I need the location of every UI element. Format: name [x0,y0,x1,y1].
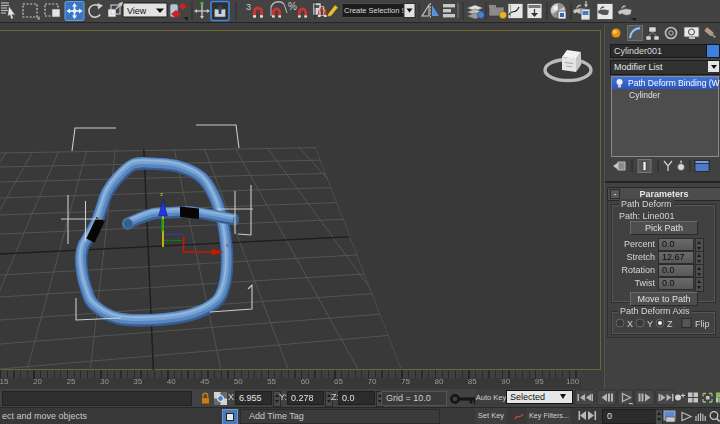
svg-text:z: z [160,191,163,197]
svg-text:View: View [127,6,147,16]
svg-text:Flip: Flip [695,319,710,329]
svg-text:Create Selection Se: Create Selection Se [344,6,411,15]
svg-text:Y: Y [647,319,653,329]
svg-text:X: X [627,319,633,329]
svg-text:{}: {} [318,4,326,16]
svg-text:Z: Z [667,319,673,329]
svg-text:%: % [288,1,297,12]
svg-text:x: x [226,242,229,248]
svg-text:3: 3 [246,2,251,12]
